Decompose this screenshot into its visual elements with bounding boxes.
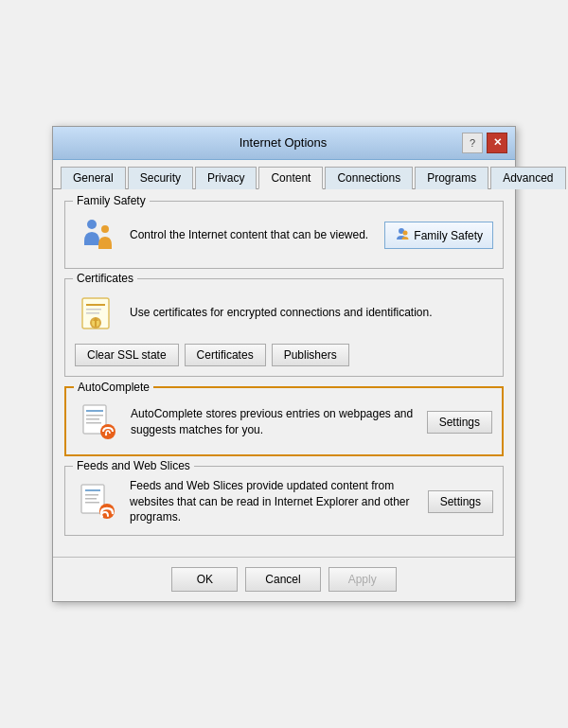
certificates-icon xyxy=(75,291,120,336)
tab-connections[interactable]: Connections xyxy=(325,167,413,189)
svg-rect-6 xyxy=(86,309,101,311)
svg-point-16 xyxy=(105,434,107,435)
publishers-button[interactable]: Publishers xyxy=(272,344,349,366)
svg-rect-14 xyxy=(86,422,101,424)
svg-rect-12 xyxy=(86,415,103,417)
tabs-bar: General Security Privacy Content Connect… xyxy=(53,160,515,189)
certificates-buttons: Clear SSL state Certificates Publishers xyxy=(75,344,493,366)
certificates-content: Use certificates for encrypted connectio… xyxy=(75,291,493,336)
autocomplete-text: AutoComplete stores previous entries on … xyxy=(131,406,417,438)
internet-options-window: Internet Options ? ✕ General Security Pr… xyxy=(52,126,516,602)
feeds-content: Feeds and Web Slices provide updated con… xyxy=(75,478,493,525)
apply-button[interactable]: Apply xyxy=(328,567,397,592)
tab-content[interactable]: Content xyxy=(258,167,323,189)
autocomplete-content: AutoComplete stores previous entries on … xyxy=(76,400,492,445)
tab-advanced[interactable]: Advanced xyxy=(490,167,565,189)
family-safety-section: Family Safety Control the Internet conte… xyxy=(64,201,504,269)
family-safety-btn-icon xyxy=(395,226,410,244)
tab-privacy[interactable]: Privacy xyxy=(195,167,257,189)
certificates-text: Use certificates for encrypted connectio… xyxy=(130,305,493,321)
svg-point-1 xyxy=(101,225,109,233)
family-safety-btn-label: Family Safety xyxy=(414,229,483,242)
svg-rect-5 xyxy=(86,304,105,306)
tab-programs[interactable]: Programs xyxy=(415,167,488,189)
title-bar-controls: ? ✕ xyxy=(462,133,507,153)
tab-general[interactable]: General xyxy=(61,167,126,189)
certificates-section: Certificates Use certificate xyxy=(64,278,504,377)
feeds-legend: Feeds and Web Slices xyxy=(73,459,194,472)
svg-point-3 xyxy=(403,231,408,236)
svg-rect-13 xyxy=(86,418,99,420)
family-safety-button[interactable]: Family Safety xyxy=(384,222,493,249)
content-area: Family Safety Control the Internet conte… xyxy=(53,189,515,557)
svg-point-0 xyxy=(87,220,97,229)
family-safety-legend: Family Safety xyxy=(73,194,150,207)
close-button[interactable]: ✕ xyxy=(487,133,507,153)
svg-rect-19 xyxy=(85,494,98,496)
family-safety-content: Control the Internet content that can be… xyxy=(75,213,493,258)
autocomplete-settings-button[interactable]: Settings xyxy=(427,411,492,434)
certificates-button[interactable]: Certificates xyxy=(185,344,266,366)
footer: OK Cancel Apply xyxy=(53,557,515,601)
svg-rect-21 xyxy=(85,502,99,504)
cancel-button[interactable]: Cancel xyxy=(245,567,320,592)
svg-rect-7 xyxy=(86,312,99,314)
ok-button[interactable]: OK xyxy=(171,567,238,592)
svg-rect-20 xyxy=(85,498,97,500)
autocomplete-legend: AutoComplete xyxy=(74,381,153,394)
certificates-legend: Certificates xyxy=(73,272,137,285)
title-bar: Internet Options ? ✕ xyxy=(53,127,515,160)
autocomplete-icon xyxy=(76,400,121,445)
clear-ssl-button[interactable]: Clear SSL state xyxy=(75,344,179,366)
feeds-section: Feeds and Web Slices xyxy=(64,466,504,536)
svg-rect-18 xyxy=(85,489,100,491)
svg-rect-11 xyxy=(86,410,103,412)
svg-point-23 xyxy=(100,515,103,518)
family-safety-text: Control the Internet content that can be… xyxy=(130,227,375,243)
help-button[interactable]: ? xyxy=(462,133,483,153)
family-safety-icon xyxy=(75,213,120,258)
window-title: Internet Options xyxy=(104,135,462,150)
feeds-text: Feeds and Web Slices provide updated con… xyxy=(130,478,418,525)
tab-security[interactable]: Security xyxy=(128,167,193,189)
feeds-settings-button[interactable]: Settings xyxy=(428,490,493,513)
autocomplete-section: AutoComplete xyxy=(64,386,504,456)
feeds-icon xyxy=(75,479,120,524)
